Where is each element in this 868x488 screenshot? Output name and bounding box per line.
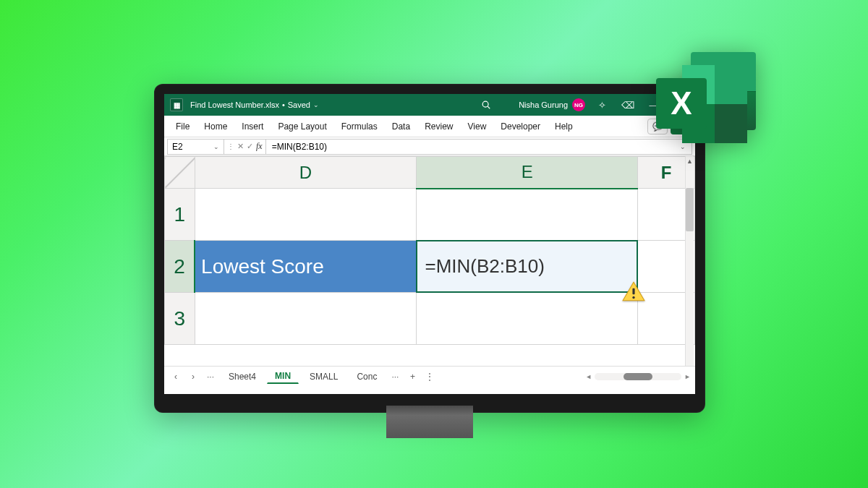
select-all-corner[interactable] bbox=[165, 157, 195, 189]
sheet-tab-small[interactable]: SMALL bbox=[302, 369, 346, 384]
monitor-frame: ▦ Find Lowest Number.xlsx • Saved ⌄ Nish… bbox=[154, 84, 705, 438]
tab-file[interactable]: File bbox=[169, 116, 197, 137]
excel-app-icon: ▦ bbox=[170, 98, 183, 111]
file-title-group[interactable]: Find Lowest Number.xlsx • Saved ⌄ bbox=[190, 100, 319, 109]
row-header-3[interactable]: 3 bbox=[165, 293, 195, 345]
ribbon-tabs: File Home Insert Page Layout Formulas Da… bbox=[164, 116, 695, 137]
monitor-bezel: ▦ Find Lowest Number.xlsx • Saved ⌄ Nish… bbox=[154, 84, 705, 413]
scroll-right-icon[interactable]: ► bbox=[684, 373, 691, 380]
user-avatar: NG bbox=[572, 98, 585, 111]
chevron-down-icon: ⌄ bbox=[313, 101, 319, 108]
name-box[interactable]: E2 ⌄ bbox=[167, 139, 224, 155]
warning-icon[interactable] bbox=[621, 281, 646, 302]
svg-line-1 bbox=[488, 106, 490, 108]
tab-help[interactable]: Help bbox=[548, 116, 580, 137]
scrollbar-thumb[interactable] bbox=[686, 188, 694, 231]
formula-text: =MIN(B2:B10) bbox=[272, 142, 327, 152]
cell-e2[interactable]: =MIN(B2:B10) bbox=[417, 241, 638, 293]
cell-e3[interactable] bbox=[417, 293, 638, 345]
monitor-stand bbox=[386, 406, 473, 438]
svg-point-0 bbox=[482, 101, 488, 107]
tab-view[interactable]: View bbox=[461, 116, 494, 137]
scrollbar-thumb[interactable] bbox=[624, 373, 652, 380]
column-header-e[interactable]: E bbox=[417, 157, 638, 189]
horizontal-scrollbar[interactable]: ◄ ► bbox=[585, 373, 691, 380]
excel-window: ▦ Find Lowest Number.xlsx • Saved ⌄ Nish… bbox=[164, 94, 695, 394]
row-header-1[interactable]: 1 bbox=[165, 189, 195, 241]
column-header-d[interactable]: D bbox=[195, 157, 417, 189]
dot-separator: • bbox=[282, 100, 285, 109]
title-bar: ▦ Find Lowest Number.xlsx • Saved ⌄ Nish… bbox=[164, 94, 695, 116]
chevron-down-icon: ⌄ bbox=[213, 143, 219, 150]
fx-button[interactable]: fx bbox=[256, 141, 263, 152]
enter-button[interactable]: ✓ bbox=[247, 142, 253, 151]
eraser-icon[interactable]: ⌫ bbox=[618, 100, 637, 111]
add-sheet-button[interactable]: + bbox=[405, 372, 420, 382]
excel-logo: X bbox=[656, 52, 756, 145]
row-header-2[interactable]: 2 bbox=[165, 241, 195, 293]
user-name: Nisha Gurung bbox=[519, 100, 568, 109]
excel-x-badge: X bbox=[656, 78, 707, 129]
tab-insert[interactable]: Insert bbox=[234, 116, 271, 137]
scroll-left-icon[interactable]: ◄ bbox=[585, 373, 592, 380]
vertical-scrollbar[interactable]: ▲ bbox=[685, 156, 694, 366]
search-icon[interactable] bbox=[481, 100, 491, 110]
formula-buttons: ⋮ ✕ ✓ fx bbox=[224, 139, 265, 155]
tab-developer[interactable]: Developer bbox=[493, 116, 548, 137]
sheet-tab-conc[interactable]: Conc bbox=[349, 369, 385, 384]
scroll-up-icon[interactable]: ▲ bbox=[686, 158, 694, 165]
formula-input[interactable]: =MIN(B2:B10) ⌄ bbox=[265, 139, 692, 155]
sheet-more-icon[interactable]: ··· bbox=[388, 372, 402, 382]
dots-icon[interactable]: ⋮ bbox=[227, 142, 234, 150]
svg-rect-2 bbox=[632, 288, 634, 295]
tab-review[interactable]: Review bbox=[417, 116, 460, 137]
sheet-tab-sheet4[interactable]: Sheet4 bbox=[221, 369, 264, 384]
user-account[interactable]: Nisha Gurung NG bbox=[519, 98, 585, 111]
tab-formulas[interactable]: Formulas bbox=[334, 116, 385, 137]
sheet-nav-prev[interactable]: ‹ bbox=[169, 372, 183, 382]
tab-home[interactable]: Home bbox=[197, 116, 234, 137]
diamond-icon[interactable]: ✧ bbox=[592, 100, 611, 111]
cell-d1[interactable] bbox=[195, 189, 417, 241]
cell-d3[interactable] bbox=[195, 293, 417, 345]
formula-bar: E2 ⌄ ⋮ ✕ ✓ fx =MIN(B2:B10) ⌄ bbox=[164, 137, 695, 156]
tab-data[interactable]: Data bbox=[385, 116, 417, 137]
spreadsheet-grid[interactable]: D E F 1 2 Lowest Score =MIN(B2 bbox=[164, 156, 695, 366]
sheet-menu-icon[interactable]: ⋮ bbox=[422, 372, 437, 382]
tab-page-layout[interactable]: Page Layout bbox=[271, 116, 333, 137]
file-name: Find Lowest Number.xlsx bbox=[190, 100, 279, 109]
sheet-more-icon[interactable]: ··· bbox=[203, 372, 218, 382]
sheet-nav-next[interactable]: › bbox=[186, 372, 200, 382]
sheet-tab-min[interactable]: MIN bbox=[267, 369, 299, 384]
cell-reference: E2 bbox=[172, 142, 183, 152]
sheet-tab-bar: ‹ › ··· Sheet4 MIN SMALL Conc ··· + ⋮ ◄ … bbox=[164, 366, 695, 386]
save-status: Saved bbox=[288, 100, 310, 109]
cell-d2[interactable]: Lowest Score bbox=[195, 241, 417, 293]
cell-e1[interactable] bbox=[417, 189, 638, 241]
cancel-button[interactable]: ✕ bbox=[237, 142, 244, 151]
svg-point-3 bbox=[632, 296, 634, 299]
cell-e2-formula: =MIN(B2:B10) bbox=[425, 255, 544, 278]
